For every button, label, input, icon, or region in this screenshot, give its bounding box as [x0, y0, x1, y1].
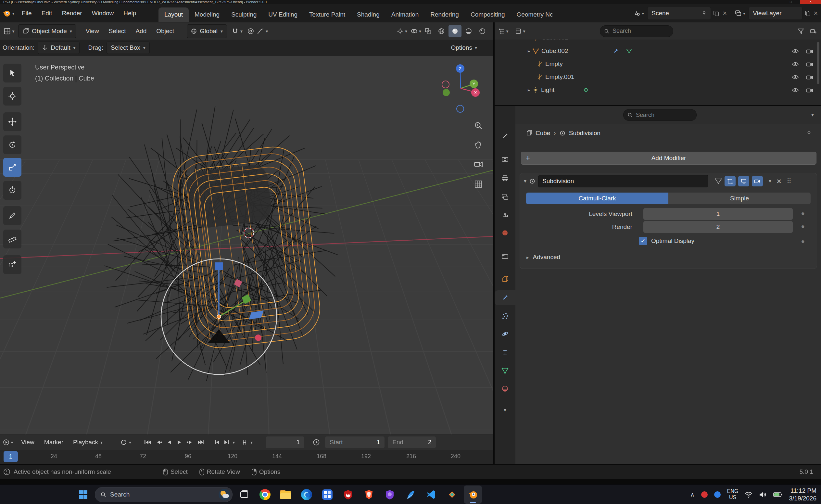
- new-scene-copy-icon[interactable]: [713, 10, 719, 17]
- file-explorer-icon[interactable]: [277, 485, 295, 504]
- battery-icon[interactable]: [773, 492, 782, 497]
- remove-viewlayer-icon[interactable]: ×: [813, 9, 818, 18]
- pan-button[interactable]: [472, 138, 485, 152]
- frame-start-field[interactable]: Start1: [325, 436, 385, 448]
- outliner-search-input[interactable]: [612, 27, 662, 35]
- viewport-axis-gizmo[interactable]: Z Y X: [442, 64, 480, 112]
- on-cage-toggle[interactable]: [715, 178, 722, 184]
- scene-browse-button[interactable]: ▾: [632, 10, 645, 17]
- mesh-data-icon[interactable]: [626, 48, 632, 54]
- viewport-menu-object[interactable]: Object: [151, 28, 179, 35]
- levels-viewport-field[interactable]: 1: [643, 208, 793, 220]
- advanced-section-toggle[interactable]: ▸ Advanced: [526, 254, 560, 261]
- new-collection-icon[interactable]: [810, 28, 816, 34]
- tray-expand-icon[interactable]: ∧: [690, 491, 695, 498]
- expand-icon[interactable]: ▸: [528, 40, 530, 40]
- playback-range-clock-icon[interactable]: [313, 439, 320, 446]
- tab-output[interactable]: [495, 171, 515, 186]
- unlink-scene-icon[interactable]: ×: [721, 9, 728, 18]
- breadcrumb-modifier[interactable]: Subdivision: [569, 130, 600, 137]
- blender-app-menu-button[interactable]: ▾: [0, 4, 17, 22]
- tool-rotate[interactable]: [3, 135, 21, 154]
- animate-dot-icon[interactable]: •: [801, 237, 805, 246]
- outliner-row-cube-002[interactable]: ▸ Cube.002: [495, 44, 821, 57]
- auto-keying-button[interactable]: ▾: [120, 439, 131, 446]
- menu-window[interactable]: Window: [87, 10, 119, 17]
- task-view-button[interactable]: [235, 485, 253, 504]
- jump-to-start-button[interactable]: [144, 440, 151, 445]
- taskbar-search[interactable]: Search: [95, 487, 233, 502]
- shading-material-button[interactable]: [462, 25, 475, 37]
- outliner-editor-type-button[interactable]: ▾: [495, 28, 512, 34]
- tool-measure[interactable]: [3, 230, 21, 248]
- tab-uv-editing[interactable]: UV Editing: [262, 7, 303, 22]
- modifier-extras-icon[interactable]: ▾: [769, 179, 771, 184]
- tab-texture-paint[interactable]: Texture Paint: [303, 7, 351, 22]
- drag-handle-icon[interactable]: ⠿: [787, 177, 791, 185]
- viewlayer-browse-button[interactable]: ▾: [733, 10, 747, 17]
- viewport-menu-select[interactable]: Select: [104, 28, 131, 35]
- tab-geometry-nodes[interactable]: Geometry Nodes: [511, 7, 552, 22]
- disable-render-camera-icon[interactable]: [806, 88, 813, 93]
- hide-viewport-eye-icon[interactable]: [792, 62, 799, 67]
- tab-particles[interactable]: [495, 309, 515, 323]
- tool-transform[interactable]: [3, 181, 21, 200]
- tab-material[interactable]: [495, 381, 515, 396]
- tab-layout[interactable]: Layout: [158, 7, 189, 22]
- disable-render-camera-icon[interactable]: [806, 62, 813, 67]
- options-dropdown[interactable]: Options ▾: [451, 44, 477, 51]
- shading-wireframe-button[interactable]: [435, 25, 448, 37]
- subdivision-type-simple[interactable]: Simple: [668, 193, 811, 204]
- menu-help[interactable]: Help: [119, 10, 141, 17]
- modifier-name-field[interactable]: Subdivision: [538, 175, 708, 187]
- purple-shield-app-icon[interactable]: [381, 485, 399, 504]
- render-levels-field[interactable]: 2: [643, 221, 793, 233]
- hide-viewport-eye-icon[interactable]: [792, 88, 799, 93]
- pin-icon[interactable]: [701, 11, 707, 16]
- disable-render-camera-icon[interactable]: [806, 75, 813, 80]
- gizmo-z-handle[interactable]: [215, 262, 223, 270]
- frame-end-field[interactable]: End2: [388, 436, 436, 448]
- show-gizmos-button[interactable]: ▾: [397, 28, 407, 35]
- start-button[interactable]: [74, 485, 92, 504]
- brave-icon[interactable]: [360, 485, 378, 504]
- drag-dropdown[interactable]: Select Box ▾: [107, 42, 150, 54]
- jump-to-end-button[interactable]: [197, 440, 205, 445]
- add-modifier-button[interactable]: + Add Modifier: [521, 152, 816, 165]
- tab-sculpting[interactable]: Sculpting: [225, 7, 262, 22]
- blender-taskbar-icon[interactable]: [464, 485, 482, 504]
- animate-dot-icon[interactable]: •: [801, 222, 805, 232]
- chevron-down-icon[interactable]: ▾: [233, 440, 235, 445]
- hide-viewport-eye-icon[interactable]: [792, 49, 799, 54]
- timeline-ruler[interactable]: 24 48 72 96 120 144 168 192 216 240 1: [0, 450, 493, 464]
- outliner-row-clipped[interactable]: ▸ Cube.001: [495, 40, 821, 44]
- window-minimize-button[interactable]: –: [763, 0, 781, 4]
- tab-compositing[interactable]: Compositing: [465, 7, 511, 22]
- timeline-menu-marker[interactable]: Marker: [39, 439, 68, 446]
- expand-icon[interactable]: ▸: [528, 88, 530, 92]
- tool-move[interactable]: [3, 112, 21, 131]
- tab-scene[interactable]: [495, 207, 515, 222]
- tab-constraints[interactable]: [495, 345, 515, 360]
- tab-shading[interactable]: Shading: [351, 7, 385, 22]
- frame-back-button[interactable]: [214, 440, 220, 445]
- prev-keyframe-button[interactable]: [156, 440, 162, 445]
- outliner-row-empty-001[interactable]: Empty.001: [495, 70, 821, 83]
- breadcrumb-object[interactable]: Cube: [536, 130, 550, 137]
- tab-collection[interactable]: [495, 249, 515, 264]
- render-toggle[interactable]: [752, 176, 763, 186]
- mode-dropdown[interactable]: Object Mode ▾: [18, 24, 76, 38]
- tool-add-cube[interactable]: [3, 255, 21, 274]
- toggle-xray-button[interactable]: [424, 28, 432, 35]
- transform-orientation-dropdown[interactable]: Global ▾: [187, 24, 227, 38]
- tool-annotate[interactable]: [3, 206, 21, 225]
- subdivision-type-catmull-clark[interactable]: Catmull-Clark: [526, 193, 668, 204]
- expand-icon[interactable]: ▸: [528, 49, 530, 53]
- viewport-menu-add[interactable]: Add: [131, 28, 151, 35]
- properties-search-input[interactable]: [635, 111, 685, 119]
- orientation-dropdown[interactable]: Default ▾: [38, 42, 80, 54]
- tab-rendering[interactable]: Rendering: [424, 7, 465, 22]
- tab-object[interactable]: [495, 272, 515, 287]
- play-reverse-button[interactable]: [167, 440, 172, 445]
- language-indicator[interactable]: ENG US: [727, 488, 739, 500]
